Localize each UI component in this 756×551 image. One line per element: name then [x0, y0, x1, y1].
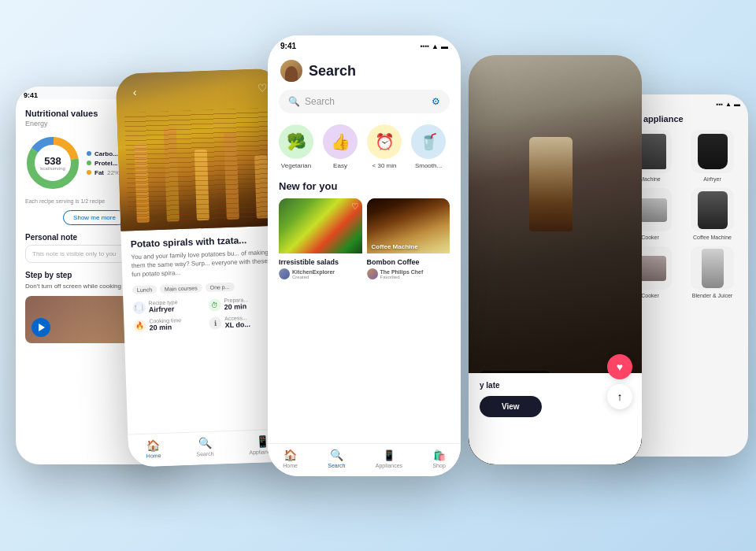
search-categories: 🥦 Vegetarian 👍 Easy ⏰ < 30 min 🥤 Smooth.… — [268, 124, 461, 180]
recipe-grid: ♡ Irresistible salads KitchenExplorer Cr… — [268, 198, 461, 281]
status-time-left: 9:41 — [24, 91, 38, 99]
center-bottom-nav: 🏠 Home 🔍 Search 📱 Appliances 🛍️ Shop — [268, 443, 461, 476]
category-smoothie[interactable]: 🥤 Smooth... — [411, 124, 446, 169]
cook-time-value: 20 min — [149, 323, 181, 331]
smoothie-circle: 🥤 — [411, 124, 446, 159]
salad-heart-icon[interactable]: ♡ — [351, 202, 359, 212]
cooker-name: Cooker — [641, 235, 659, 240]
coffee-author-name: The Philips Chef — [380, 269, 424, 275]
filter-icon[interactable]: ⚙ — [432, 96, 440, 107]
play-button[interactable] — [32, 318, 50, 337]
wifi-far: ▲ — [725, 101, 732, 108]
category-vegetarian[interactable]: 🥦 Vegetarian — [279, 124, 313, 169]
airfryer-name: Airfryer — [703, 176, 721, 182]
coffee-image: Coffee Machine — [367, 198, 450, 253]
blender-image — [691, 246, 734, 290]
new-for-you-title: New for you — [268, 180, 461, 198]
phone-coffee-hero: Coffee Machine y late View ♥ ↑ — [469, 55, 642, 464]
search-input[interactable]: Search — [305, 96, 427, 107]
center-nav-search[interactable]: 🔍 Search — [328, 449, 345, 468]
coffee-machine-name: Coffee Machine — [693, 235, 732, 240]
recipe-hero-image: ‹ ♡ — [115, 68, 286, 231]
smoothie-label: Smooth... — [415, 162, 442, 169]
center-status-bar: 9:41 ▪▪▪▪ ▲ ▬ — [268, 35, 461, 54]
prep-time-icon: ⏱ — [208, 298, 221, 312]
recipe-type-value: Airfryer — [149, 305, 178, 313]
center-nav-shop[interactable]: 🛍️ Shop — [432, 449, 445, 468]
coffee-machine-label: Coffee Machine — [372, 243, 418, 250]
coffee-author-action: Favorited — [380, 275, 424, 279]
coffee-author: The Philips Chef Favorited — [367, 268, 450, 279]
appliance-blender[interactable]: Blender & Juicer — [684, 246, 740, 298]
nav-home[interactable]: 🏠 Home — [146, 438, 161, 459]
share-action-button[interactable]: ↑ — [607, 384, 632, 409]
tag-main-courses: Main courses — [160, 283, 202, 294]
coffee-card[interactable]: Coffee Machine Bombon Coffee The Philips… — [367, 198, 450, 281]
salad-author-name: KitchenExplorer — [292, 269, 335, 275]
nav-search[interactable]: 🔍 Search — [196, 437, 214, 457]
back-button[interactable]: ‹ — [125, 83, 145, 102]
recipe-type-icon: 🍽️ — [132, 301, 146, 314]
coffee-machine-image — [691, 188, 734, 231]
salad-author: KitchenExplorer Created — [279, 268, 362, 279]
salad-card-info: Irresistible salads KitchenExplorer Crea… — [279, 253, 362, 281]
cook-time-icon: 🔥 — [133, 319, 146, 332]
coffee-hero-bg: Coffee Machine y late View ♥ ↑ — [469, 55, 642, 464]
access-icon: ℹ — [209, 316, 222, 330]
wifi-icon-center: ▲ — [432, 43, 439, 50]
search-header: Search — [268, 54, 461, 90]
salad-author-action: Created — [292, 275, 335, 279]
machine-name: Machine — [639, 176, 660, 182]
recipe-tags: Lunch Main courses One p... — [132, 280, 279, 294]
donut-chart: 538 kcal/serving — [25, 135, 80, 190]
appliance-coffee-machine[interactable]: Coffee Machine — [684, 188, 740, 240]
signal-icon-center: ▪▪▪▪ — [421, 43, 429, 50]
battery-far: ▬ — [734, 101, 740, 108]
airfryer-image — [691, 130, 734, 173]
salad-image: ♡ — [279, 198, 362, 253]
category-easy[interactable]: 👍 Easy — [323, 124, 358, 169]
30min-circle: ⏰ — [367, 124, 402, 159]
kcal-value: 538 — [40, 156, 65, 166]
search-bar-icon: 🔍 — [288, 96, 300, 107]
signal-far: ▪▪▪ — [717, 101, 724, 108]
30min-label: < 30 min — [372, 162, 397, 169]
search-bar[interactable]: 🔍 Search ⚙ — [279, 90, 450, 113]
phone-search: 9:41 ▪▪▪▪ ▲ ▬ Search 🔍 Search ⚙ 🥦 Vegeta… — [268, 35, 461, 476]
tag-one-p: One p... — [205, 282, 234, 291]
category-30min[interactable]: ⏰ < 30 min — [367, 124, 402, 169]
coffee-name: Bombon Coffee — [367, 258, 450, 266]
prep-time-value: 20 min — [224, 302, 249, 311]
center-nav-home[interactable]: 🏠 Home — [283, 449, 298, 468]
vegetarian-label: Vegetarian — [281, 162, 311, 169]
center-nav-appliances[interactable]: 📱 Appliances — [376, 449, 402, 468]
cooker2-name: Cooker — [641, 293, 659, 298]
heart-action-button[interactable]: ♥ — [607, 354, 632, 379]
easy-label: Easy — [333, 162, 347, 169]
blender-name: Blender & Juicer — [692, 293, 732, 298]
recipe-title: Potato spirals with tzata... — [131, 234, 277, 250]
user-avatar — [280, 60, 302, 82]
view-button[interactable]: View — [480, 396, 542, 417]
show-more-button[interactable]: Show me more — [63, 210, 126, 225]
coffee-card-info: Bombon Coffee The Philips Chef Favorited — [367, 253, 450, 281]
appliance-airfryer[interactable]: Airfryer — [684, 130, 740, 182]
kcal-unit: kcal/serving — [40, 166, 65, 171]
access-value: XL do... — [224, 320, 250, 329]
battery-icon-center: ▬ — [441, 43, 448, 50]
recipe-description: You and your family love potatoes bu... … — [131, 248, 278, 279]
recipe-meta: 🍽️ Recipe type Airfryer ⏱ Prepara... 20 … — [132, 295, 280, 331]
center-time: 9:41 — [280, 42, 296, 50]
tag-lunch: Lunch — [132, 285, 157, 294]
easy-circle: 👍 — [323, 124, 358, 159]
action-buttons: ♥ ↑ — [607, 354, 632, 409]
salad-name: Irresistible salads — [279, 258, 362, 266]
vegetarian-circle: 🥦 — [279, 124, 313, 159]
search-page-title: Search — [309, 63, 356, 80]
salad-card[interactable]: ♡ Irresistible salads KitchenExplorer Cr… — [279, 198, 362, 281]
